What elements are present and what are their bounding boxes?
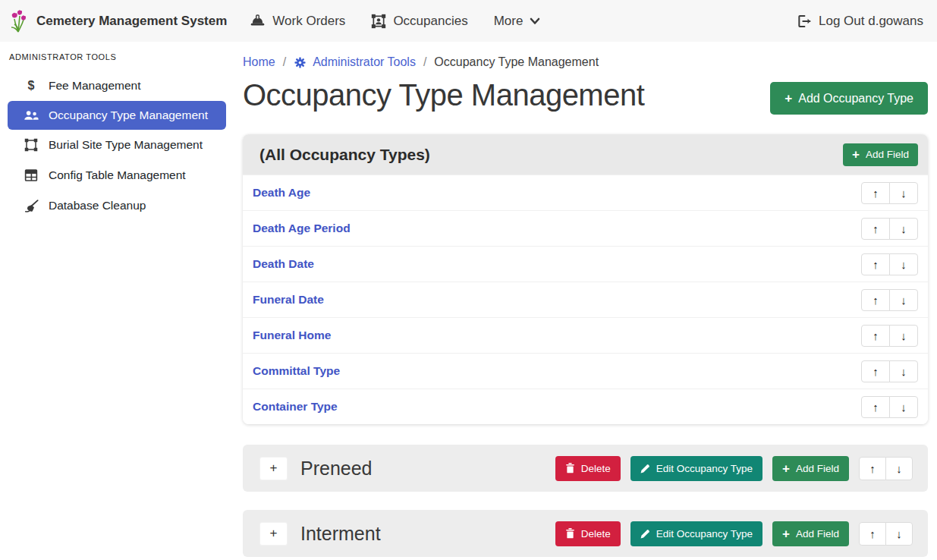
nav-more[interactable]: More: [494, 14, 541, 29]
nav-work-orders-label: Work Orders: [272, 14, 345, 29]
sidebar-item-occupancy-type-management[interactable]: Occupancy Type Management: [8, 101, 226, 130]
sidebar-item-burial-site-type-management[interactable]: Burial Site Type Management: [0, 130, 235, 160]
move-down-button[interactable]: ↓: [889, 396, 918, 418]
add-field-label: Add Field: [866, 149, 909, 160]
nav-more-label: More: [494, 14, 524, 29]
all-occupancy-types-title: (All Occupancy Types): [259, 146, 430, 164]
broom-icon: [23, 200, 39, 212]
edit-occupancy-type-button[interactable]: Edit Occupancy Type: [630, 521, 762, 546]
trash-icon: [565, 528, 575, 539]
move-up-button[interactable]: ↑: [861, 253, 890, 275]
reorder-button-group: ↑ ↓: [861, 396, 918, 418]
sidebar-heading: ADMINISTRATOR TOOLS: [0, 48, 235, 71]
plus-icon: +: [782, 527, 790, 540]
field-link-funeral-date[interactable]: Funeral Date: [253, 293, 324, 307]
sidebar-item-config-table-management[interactable]: Config Table Management: [0, 160, 235, 190]
users-icon: [23, 109, 39, 121]
move-down-button[interactable]: ↓: [889, 218, 918, 240]
move-up-button[interactable]: ↑: [861, 360, 890, 382]
move-up-button[interactable]: ↑: [861, 325, 890, 347]
field-link-committal-type[interactable]: Committal Type: [253, 364, 340, 378]
logout-link[interactable]: Log Out d.gowans: [797, 14, 923, 29]
expand-button[interactable]: +: [259, 522, 288, 546]
field-row: Death Age Period ↑ ↓: [243, 210, 928, 246]
move-up-button[interactable]: ↑: [861, 182, 890, 204]
section-title: Preneed: [300, 458, 373, 480]
reorder-button-group: ↑ ↓: [861, 218, 918, 240]
move-down-button[interactable]: ↓: [885, 457, 913, 480]
all-occupancy-types-card: (All Occupancy Types) + Add Field Death …: [243, 134, 928, 424]
move-up-button[interactable]: ↑: [861, 396, 890, 418]
occupancy-type-section-preneed: + Preneed Delete Edit Occupancy Type: [243, 445, 928, 492]
delete-button[interactable]: Delete: [555, 456, 621, 481]
edit-occupancy-type-button[interactable]: Edit Occupancy Type: [630, 456, 762, 481]
reorder-button-group: ↑ ↓: [861, 253, 918, 275]
move-up-button[interactable]: ↑: [861, 218, 890, 240]
move-down-button[interactable]: ↓: [889, 253, 918, 275]
sidebar-item-fee-management[interactable]: $ Fee Management: [0, 71, 235, 101]
section-title: Interment: [300, 523, 381, 545]
main-content: Home / Administrator Tools / Occupancy T…: [235, 42, 937, 560]
nav-occupancies-label: Occupancies: [393, 14, 467, 29]
plus-icon: +: [782, 462, 790, 475]
field-row: Death Age ↑ ↓: [243, 175, 928, 210]
nav-occupancies[interactable]: Occupancies: [371, 14, 467, 29]
add-occupancy-type-button[interactable]: + Add Occupancy Type: [770, 82, 928, 115]
field-row: Funeral Date ↑ ↓: [243, 282, 928, 317]
reorder-button-group: ↑ ↓: [861, 289, 918, 311]
plus-icon: +: [852, 148, 860, 161]
move-down-button[interactable]: ↓: [889, 182, 918, 204]
app-brand[interactable]: Cemetery Management System: [9, 10, 227, 33]
field-link-death-age-period[interactable]: Death Age Period: [253, 222, 351, 235]
nav-work-orders[interactable]: Work Orders: [250, 13, 345, 29]
sidebar-item-label: Database Cleanup: [49, 199, 146, 212]
move-up-button[interactable]: ↑: [859, 457, 886, 480]
move-down-button[interactable]: ↓: [889, 325, 918, 347]
reorder-button-group: ↑ ↓: [861, 325, 918, 347]
sidebar-item-label: Fee Management: [49, 79, 141, 93]
main-nav: Work Orders Occupancies More: [250, 13, 540, 29]
add-field-label: Add Field: [796, 528, 839, 540]
field-row: Container Type ↑ ↓: [243, 389, 928, 424]
breadcrumb: Home / Administrator Tools / Occupancy T…: [243, 55, 928, 69]
edit-occupancy-type-label: Edit Occupancy Type: [656, 463, 753, 474]
sidebar-item-database-cleanup[interactable]: Database Cleanup: [0, 190, 235, 221]
dollar-icon: $: [23, 79, 39, 93]
field-link-death-date[interactable]: Death Date: [253, 257, 314, 271]
expand-button[interactable]: +: [259, 457, 288, 480]
sidebar-item-label: Config Table Management: [49, 168, 186, 182]
move-down-button[interactable]: ↓: [889, 360, 918, 382]
move-down-button[interactable]: ↓: [885, 522, 913, 546]
delete-label: Delete: [581, 463, 611, 474]
breadcrumb-separator: /: [423, 55, 426, 69]
move-up-button[interactable]: ↑: [859, 522, 886, 546]
add-field-button[interactable]: + Add Field: [772, 456, 849, 481]
field-row: Funeral Home ↑ ↓: [243, 317, 928, 353]
reorder-button-group: ↑ ↓: [861, 182, 918, 204]
hard-hat-icon: [250, 13, 266, 29]
field-link-container-type[interactable]: Container Type: [253, 400, 338, 414]
move-up-button[interactable]: ↑: [861, 289, 890, 311]
top-navbar: Cemetery Management System Work Orders O: [0, 0, 937, 42]
title-row: Occupancy Type Management + Add Occupanc…: [243, 78, 928, 115]
table-icon: [23, 169, 39, 181]
trash-icon: [565, 463, 575, 473]
app-title: Cemetery Management System: [36, 14, 227, 29]
vector-square-icon: [23, 138, 39, 152]
move-down-button[interactable]: ↓: [889, 289, 918, 311]
add-field-label: Add Field: [796, 463, 839, 474]
occupancy-type-section-interment: + Interment Delete Edit Occupancy Type: [243, 510, 928, 557]
delete-button[interactable]: Delete: [555, 521, 621, 546]
field-row: Death Date ↑ ↓: [243, 246, 928, 282]
breadcrumb-home-link[interactable]: Home: [243, 55, 275, 69]
breadcrumb-admin-tools-link[interactable]: Administrator Tools: [294, 55, 416, 69]
gear-icon: [294, 56, 307, 69]
sidebar: ADMINISTRATOR TOOLS $ Fee Management Occ…: [0, 42, 235, 560]
sidebar-item-label: Occupancy Type Management: [49, 109, 208, 122]
field-link-death-age[interactable]: Death Age: [253, 186, 310, 200]
add-field-button[interactable]: + Add Field: [843, 143, 918, 166]
add-field-button[interactable]: + Add Field: [772, 521, 849, 546]
field-link-funeral-home[interactable]: Funeral Home: [253, 329, 331, 342]
add-occupancy-type-label: Add Occupancy Type: [798, 92, 913, 105]
plus-icon: +: [785, 92, 792, 105]
